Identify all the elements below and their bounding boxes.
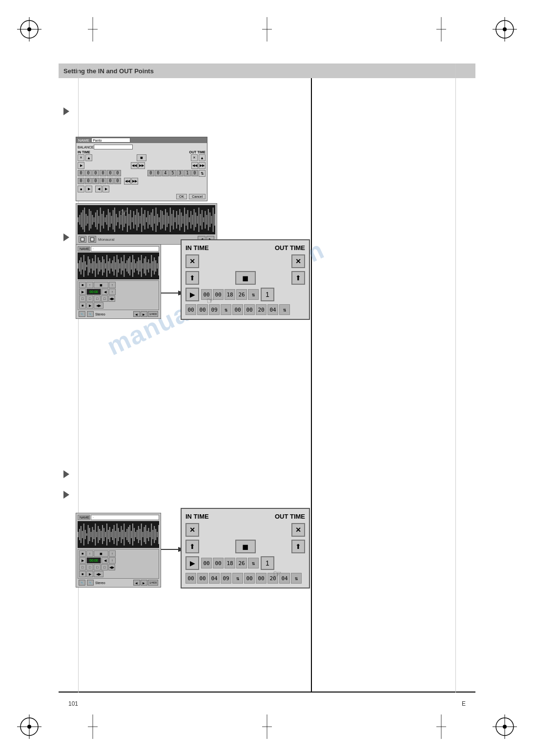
nav-btns[interactable]: ◀▶ xyxy=(108,295,115,302)
nav-l[interactable]: ◀ xyxy=(133,311,140,317)
t-btn-5[interactable]: ◀ xyxy=(102,289,108,295)
svg-rect-170 xyxy=(78,532,79,537)
ctrl-2[interactable]: ▶ xyxy=(86,302,93,309)
out-one-btn-1[interactable]: 1 xyxy=(261,288,274,301)
ctrl-1[interactable]: ■ xyxy=(79,302,86,309)
in-up-btn-1[interactable]: ⬆ xyxy=(185,271,199,285)
nav-r[interactable]: ▶ xyxy=(141,311,147,317)
editor-tool-2[interactable]: 🔲 xyxy=(88,236,96,243)
g3-btn-3[interactable]: □ xyxy=(94,564,101,570)
stop-btn[interactable]: ■ xyxy=(78,186,84,192)
in-x-btn-2[interactable]: ✕ xyxy=(185,523,199,537)
svg-rect-202 xyxy=(123,524,124,546)
t-btn-6[interactable]: ↑ xyxy=(109,289,116,295)
svg-rect-142 xyxy=(122,261,123,271)
bot2-spin[interactable]: ⇅ xyxy=(232,573,243,584)
g3-btn-2[interactable]: □ xyxy=(86,564,93,570)
in-d1: 0 xyxy=(78,170,84,176)
center-play-btn[interactable]: ◼ xyxy=(137,154,146,161)
svg-rect-101 xyxy=(200,214,201,226)
nav-next[interactable]: ▶▶ xyxy=(131,178,138,185)
play-btn-1[interactable]: ▶ xyxy=(185,288,199,301)
fwd-btn[interactable]: ▶ xyxy=(103,186,109,192)
spin-1[interactable]: ⇅ xyxy=(248,289,259,300)
t3-btn-1[interactable]: ■ xyxy=(79,550,86,557)
t-btn-1[interactable]: ■ xyxy=(79,282,86,288)
dialog-balance-input[interactable] xyxy=(94,145,133,149)
svg-rect-66 xyxy=(144,210,145,230)
dialog-name-label: NAME xyxy=(78,138,89,143)
ctrl-3[interactable]: ◀▶ xyxy=(94,302,103,309)
tool-a[interactable]: 🔧 xyxy=(79,311,85,317)
out2-one-btn[interactable]: 1 xyxy=(261,556,274,570)
svg-rect-154 xyxy=(140,260,141,272)
out-x-btn-2[interactable]: ✕ xyxy=(291,523,305,537)
grid-btn-2[interactable]: □ xyxy=(86,295,93,302)
in-x-btn[interactable]: ✕ xyxy=(78,154,84,161)
svg-rect-68 xyxy=(147,211,148,229)
rew-btn[interactable]: ◀◀ xyxy=(131,162,138,169)
play-btn-2[interactable]: ▶ xyxy=(185,556,199,570)
tool-b[interactable]: 🔧 xyxy=(87,311,94,317)
tool3-b[interactable]: 🔧 xyxy=(87,580,94,586)
out-x-btn-1[interactable]: ✕ xyxy=(291,254,305,268)
back-btn[interactable]: ◀ xyxy=(95,186,102,192)
center-btn-2[interactable]: ◼ xyxy=(235,540,256,553)
out-up-btn-1[interactable]: ⬆ xyxy=(291,271,305,285)
prev-btn[interactable]: ◀◀ xyxy=(191,162,198,169)
g3-btn-4[interactable]: □ xyxy=(101,564,108,570)
in-up-btn[interactable]: ▲ xyxy=(85,154,92,161)
editor-tool-1[interactable]: 🔲 xyxy=(79,236,86,243)
grid-btn-4[interactable]: □ xyxy=(101,295,108,302)
in-up-btn-2[interactable]: ⬆ xyxy=(185,540,199,553)
svg-rect-161 xyxy=(149,263,150,269)
out-x-btn[interactable]: ✕ xyxy=(191,154,198,161)
out-up-btn-2[interactable]: ⬆ xyxy=(291,540,305,553)
bullet-2 xyxy=(63,233,69,241)
svg-rect-144 xyxy=(125,263,126,269)
c3-1[interactable]: ■ xyxy=(79,571,86,577)
grid-btn-1[interactable]: □ xyxy=(79,295,86,302)
out-spin-2[interactable]: ⇅ xyxy=(279,304,290,315)
nav3-l[interactable]: ◀ xyxy=(133,580,140,586)
t3-display: ◼ xyxy=(94,550,108,557)
grid-btn-3[interactable]: □ xyxy=(94,295,101,302)
play2-btn[interactable]: ▶ xyxy=(85,186,92,192)
nav3-r[interactable]: ▶ xyxy=(141,580,147,586)
t-btn-3[interactable]: ↑ xyxy=(109,282,116,288)
t-btn-2[interactable]: ↑ xyxy=(86,282,93,288)
t3-btn-4[interactable]: ▶ xyxy=(79,557,86,564)
pos-d3: 0 xyxy=(92,178,99,184)
c3-2[interactable]: ▶ xyxy=(86,571,93,577)
spine-cross-bottom-left xyxy=(88,714,98,739)
nav-prev[interactable]: ◀◀ xyxy=(124,178,131,185)
out2-spin-2[interactable]: ⇅ xyxy=(291,573,302,584)
g3-btn-1[interactable]: □ xyxy=(79,564,86,570)
t3-btn-2[interactable]: ↑ xyxy=(86,550,93,557)
out-up-btn[interactable]: ▲ xyxy=(199,154,205,161)
svg-rect-62 xyxy=(138,212,139,227)
ff-btn[interactable]: ▶▶ xyxy=(138,162,145,169)
t3-btn-6[interactable]: ↑ xyxy=(109,557,116,564)
in2-spin[interactable]: ⇅ xyxy=(248,558,259,568)
play-btn[interactable]: ▶ xyxy=(78,162,84,169)
small-waveform-3 xyxy=(78,521,159,548)
center-btn-1[interactable]: ◼ xyxy=(235,271,256,285)
out-spin[interactable]: ⇅ xyxy=(199,170,205,177)
svg-rect-123 xyxy=(95,255,96,277)
next-btn[interactable]: ▶▶ xyxy=(199,162,205,169)
t-btn-4[interactable]: ▶ xyxy=(79,289,86,295)
t3-btn-3[interactable]: ↑ xyxy=(109,550,116,557)
t3-btn-5[interactable]: ◀ xyxy=(102,557,108,564)
spin-2[interactable]: ⇅ xyxy=(221,304,231,315)
nav3-btns[interactable]: ◀▶ xyxy=(108,564,115,570)
c3-3[interactable]: ◀▶ xyxy=(94,571,103,577)
in-x-btn-1[interactable]: ✕ xyxy=(185,254,199,268)
label-stereo: Stereo xyxy=(95,313,105,316)
ok-button[interactable]: OK xyxy=(176,194,187,199)
cancel-button[interactable]: Cancel xyxy=(189,194,205,199)
svg-rect-173 xyxy=(82,531,83,538)
svg-rect-79 xyxy=(165,209,166,231)
tool3-a[interactable]: 🔧 xyxy=(79,580,85,586)
dialog-name-input[interactable] xyxy=(91,138,130,143)
